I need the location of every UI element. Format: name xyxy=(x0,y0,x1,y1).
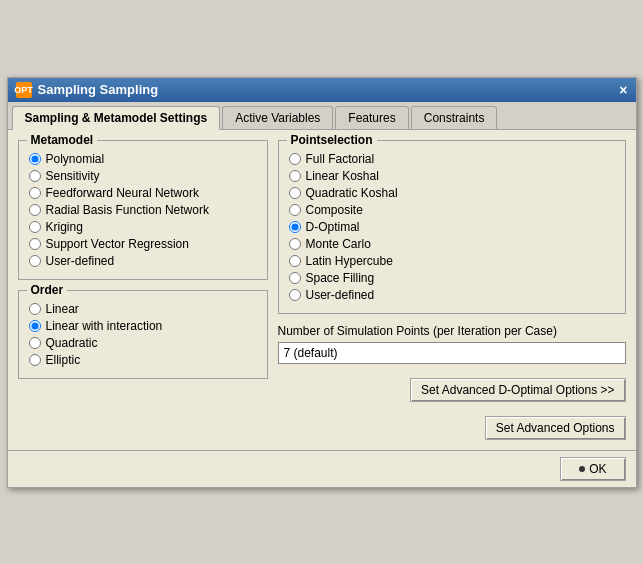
two-column-layout: Metamodel Polynomial Sensitivity Feedfor… xyxy=(18,140,626,440)
order-linear-interaction[interactable]: Linear with interaction xyxy=(29,319,257,333)
metamodel-kriging[interactable]: Kriging xyxy=(29,220,257,234)
pointselection-group-label: Pointselection xyxy=(287,133,377,147)
advanced-doptimal-row: Set Advanced D-Optimal Options >> xyxy=(278,378,626,402)
ps-linear-koshal[interactable]: Linear Koshal xyxy=(289,169,615,183)
left-column: Metamodel Polynomial Sensitivity Feedfor… xyxy=(18,140,268,440)
ps-user-defined[interactable]: User-defined xyxy=(289,288,615,302)
advanced-doptimal-button[interactable]: Set Advanced D-Optimal Options >> xyxy=(410,378,625,402)
order-group-label: Order xyxy=(27,283,68,297)
bottom-bar: OK xyxy=(8,450,636,487)
ps-space-filling[interactable]: Space Filling xyxy=(289,271,615,285)
window-title: Sampling Sampling xyxy=(38,82,159,97)
ok-button[interactable]: OK xyxy=(560,457,625,481)
metamodel-sensitivity[interactable]: Sensitivity xyxy=(29,169,257,183)
ok-bullet-icon xyxy=(579,466,585,472)
ps-quadratic-koshal[interactable]: Quadratic Koshal xyxy=(289,186,615,200)
main-window: OPT Sampling Sampling × Sampling & Metam… xyxy=(7,77,637,488)
ps-composite[interactable]: Composite xyxy=(289,203,615,217)
tab-active-variables[interactable]: Active Variables xyxy=(222,106,333,129)
advanced-options-button[interactable]: Set Advanced Options xyxy=(485,416,626,440)
pointselection-group: Pointselection Full Factorial Linear Kos… xyxy=(278,140,626,314)
tab-constraints[interactable]: Constraints xyxy=(411,106,498,129)
order-quadratic[interactable]: Quadratic xyxy=(29,336,257,350)
main-content: Metamodel Polynomial Sensitivity Feedfor… xyxy=(8,130,636,450)
advanced-options-row: Set Advanced Options xyxy=(278,416,626,440)
tab-bar: Sampling & Metamodel Settings Active Var… xyxy=(8,102,636,130)
metamodel-group: Metamodel Polynomial Sensitivity Feedfor… xyxy=(18,140,268,280)
sim-points-input[interactable] xyxy=(278,342,626,364)
order-elliptic[interactable]: Elliptic xyxy=(29,353,257,367)
sim-points-section: Number of Simulation Points (per Iterati… xyxy=(278,324,626,364)
metamodel-polynomial[interactable]: Polynomial xyxy=(29,152,257,166)
ps-full-factorial[interactable]: Full Factorial xyxy=(289,152,615,166)
ps-latin-hypercube[interactable]: Latin Hypercube xyxy=(289,254,615,268)
metamodel-group-label: Metamodel xyxy=(27,133,98,147)
order-linear[interactable]: Linear xyxy=(29,302,257,316)
app-icon: OPT xyxy=(16,82,32,98)
close-button[interactable]: × xyxy=(619,83,627,97)
sim-points-label: Number of Simulation Points (per Iterati… xyxy=(278,324,626,338)
order-group: Order Linear Linear with interaction Qua… xyxy=(18,290,268,379)
tab-features[interactable]: Features xyxy=(335,106,408,129)
tab-sampling-metamodel[interactable]: Sampling & Metamodel Settings xyxy=(12,106,221,130)
metamodel-svr[interactable]: Support Vector Regression xyxy=(29,237,257,251)
ps-monte-carlo[interactable]: Monte Carlo xyxy=(289,237,615,251)
right-column: Pointselection Full Factorial Linear Kos… xyxy=(278,140,626,440)
metamodel-userdefined[interactable]: User-defined xyxy=(29,254,257,268)
titlebar: OPT Sampling Sampling × xyxy=(8,78,636,102)
ps-doptimal[interactable]: D-Optimal xyxy=(289,220,615,234)
metamodel-feedforward[interactable]: Feedforward Neural Network xyxy=(29,186,257,200)
metamodel-rbf[interactable]: Radial Basis Function Network xyxy=(29,203,257,217)
